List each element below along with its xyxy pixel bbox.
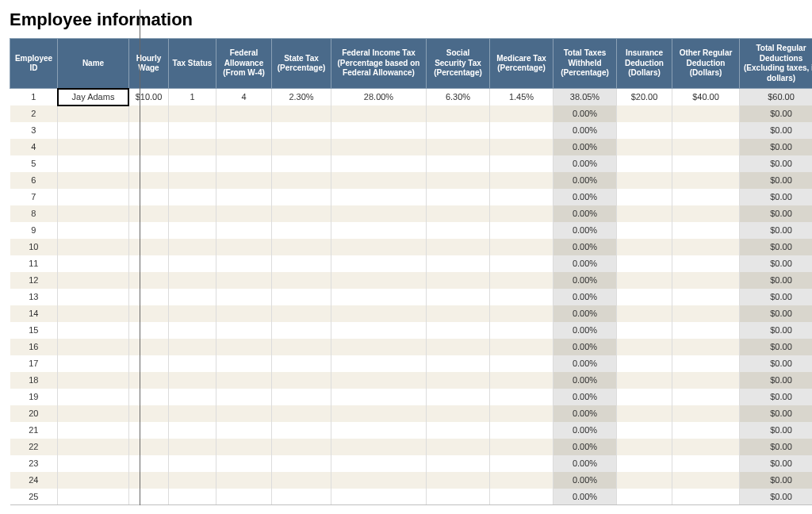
cell-name[interactable] [58,289,129,305]
cell-ss[interactable] [427,422,490,439]
cell-name[interactable] [58,305,129,322]
cell-id[interactable]: 15 [10,322,58,339]
cell-fed_allow[interactable] [216,422,272,439]
cell-fit[interactable] [331,489,427,505]
cell-fed_allow[interactable] [216,189,272,205]
cell-other[interactable] [672,389,740,405]
col-state-tax[interactable]: State Tax (Percentage) [272,39,331,89]
cell-fed_allow[interactable] [216,255,272,272]
cell-fit[interactable] [331,439,427,455]
cell-wage[interactable] [129,455,169,472]
cell-total_withheld[interactable]: 0.00% [553,189,617,205]
cell-tax_status[interactable] [169,222,216,239]
cell-state_tax[interactable] [272,122,331,139]
cell-total_deduct[interactable]: $0.00 [740,139,813,155]
cell-med[interactable] [490,322,553,339]
cell-tax_status[interactable] [169,105,216,122]
cell-state_tax[interactable] [272,405,331,422]
cell-ss[interactable] [427,139,490,155]
cell-insurance[interactable] [617,122,672,139]
col-other-deduction[interactable]: Other Regular Deduction (Dollars) [672,39,740,89]
cell-total_withheld[interactable]: 0.00% [553,255,617,272]
cell-fit[interactable] [331,105,427,122]
cell-state_tax[interactable] [272,372,331,389]
cell-tax_status[interactable] [169,189,216,205]
cell-wage[interactable] [129,289,169,305]
cell-med[interactable] [490,155,553,172]
cell-wage[interactable] [129,422,169,439]
cell-ss[interactable] [427,255,490,272]
cell-fit[interactable] [331,222,427,239]
cell-fit[interactable] [331,239,427,255]
cell-ss[interactable] [427,455,490,472]
cell-state_tax[interactable] [272,172,331,189]
cell-wage[interactable] [129,239,169,255]
cell-insurance[interactable]: $20.00 [617,89,672,105]
cell-name[interactable] [58,389,129,405]
cell-fit[interactable] [331,422,427,439]
cell-total_withheld[interactable]: 0.00% [553,105,617,122]
cell-state_tax[interactable] [272,439,331,455]
cell-med[interactable] [490,389,553,405]
cell-total_withheld[interactable]: 0.00% [553,422,617,439]
cell-ss[interactable] [427,372,490,389]
cell-med[interactable] [490,105,553,122]
cell-tax_status[interactable] [169,339,216,355]
cell-name[interactable] [58,472,129,489]
cell-state_tax[interactable] [272,155,331,172]
cell-other[interactable] [672,255,740,272]
col-employee-id[interactable]: Employee ID [10,39,58,89]
cell-id[interactable]: 10 [10,239,58,255]
cell-total_deduct[interactable]: $0.00 [740,239,813,255]
cell-total_withheld[interactable]: 0.00% [553,372,617,389]
cell-wage[interactable] [129,472,169,489]
cell-state_tax[interactable] [272,105,331,122]
cell-other[interactable] [672,139,740,155]
cell-total_deduct[interactable]: $0.00 [740,405,813,422]
cell-insurance[interactable] [617,222,672,239]
col-tax-status[interactable]: Tax Status [169,39,216,89]
cell-fit[interactable] [331,289,427,305]
cell-state_tax[interactable] [272,305,331,322]
cell-ss[interactable] [427,322,490,339]
cell-total_withheld[interactable]: 0.00% [553,172,617,189]
cell-med[interactable] [490,455,553,472]
cell-id[interactable]: 19 [10,389,58,405]
cell-fit[interactable] [331,322,427,339]
cell-name[interactable] [58,172,129,189]
cell-fed_allow[interactable] [216,322,272,339]
cell-ss[interactable] [427,289,490,305]
cell-id[interactable]: 24 [10,472,58,489]
cell-id[interactable]: 12 [10,272,58,289]
cell-state_tax[interactable] [272,239,331,255]
cell-ss[interactable] [427,489,490,505]
cell-med[interactable] [490,122,553,139]
cell-wage[interactable] [129,105,169,122]
cell-name[interactable]: Jay Adams [58,89,129,105]
cell-tax_status[interactable] [169,422,216,439]
cell-total_withheld[interactable]: 0.00% [553,439,617,455]
cell-insurance[interactable] [617,255,672,272]
cell-ss[interactable] [427,189,490,205]
cell-total_withheld[interactable]: 0.00% [553,272,617,289]
cell-fed_allow[interactable] [216,139,272,155]
col-total-taxes-withheld[interactable]: Total Taxes Withheld (Percentage) [553,39,617,89]
cell-other[interactable] [672,339,740,355]
cell-wage[interactable] [129,339,169,355]
cell-med[interactable] [490,372,553,389]
cell-fit[interactable] [331,355,427,372]
cell-other[interactable] [672,222,740,239]
cell-state_tax[interactable] [272,255,331,272]
cell-total_deduct[interactable]: $0.00 [740,339,813,355]
cell-insurance[interactable] [617,489,672,505]
cell-total_deduct[interactable]: $0.00 [740,255,813,272]
cell-total_withheld[interactable]: 0.00% [553,489,617,505]
cell-fed_allow[interactable] [216,205,272,222]
cell-total_deduct[interactable]: $0.00 [740,305,813,322]
cell-fed_allow[interactable] [216,455,272,472]
cell-id[interactable]: 7 [10,189,58,205]
cell-id[interactable]: 25 [10,489,58,505]
cell-ss[interactable] [427,122,490,139]
cell-other[interactable]: $40.00 [672,89,740,105]
cell-tax_status[interactable] [169,155,216,172]
